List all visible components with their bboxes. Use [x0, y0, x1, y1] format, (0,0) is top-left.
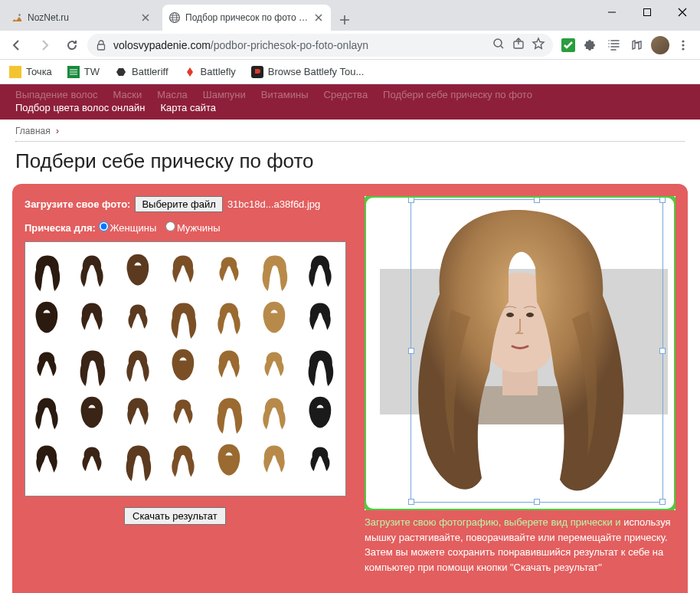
hairstyle-thumbnail[interactable] [27, 438, 67, 484]
hairstyle-thumbnail[interactable] [27, 248, 67, 294]
svg-point-4 [494, 39, 502, 47]
hairstyle-gallery[interactable] [25, 241, 346, 496]
page-title: Подбери себе прическу по фото [0, 149, 700, 184]
profile-avatar[interactable] [651, 36, 669, 54]
window-controls [594, 0, 700, 25]
gender-female-radio[interactable] [99, 221, 109, 231]
bookmark-tw[interactable]: TW [63, 63, 104, 81]
bookmark-tochka[interactable]: Точка [5, 63, 57, 81]
hairstyle-thumbnail[interactable] [72, 296, 112, 342]
hairstyle-thumbnail[interactable] [163, 438, 203, 484]
tab-title: Подбор причесок по фото онла [185, 12, 312, 23]
nav-link[interactable]: Маски [113, 89, 142, 100]
site-navigation: Выпадение волос Маски Масла Шампуни Вита… [0, 84, 700, 120]
zoom-icon[interactable] [492, 37, 505, 53]
hairstyle-thumbnail[interactable] [300, 438, 340, 484]
bookmarks-bar: Точка TW Battleriff Battlefly Browse Bat… [0, 60, 700, 84]
menu-icon[interactable] [674, 36, 692, 54]
hairstyle-thumbnail[interactable] [209, 296, 249, 342]
new-tab-button[interactable] [334, 9, 355, 31]
hairstyle-thumbnail[interactable] [118, 296, 158, 342]
hairstyle-thumbnail[interactable] [300, 296, 340, 342]
hairstyle-thumbnail[interactable] [27, 343, 67, 389]
url-domain: volosvypadenie.com [113, 39, 211, 51]
tab-title: NozNet.ru [28, 12, 139, 23]
browser-tab-noznet[interactable]: NozNet.ru [5, 5, 158, 31]
gender-male-radio[interactable] [165, 221, 175, 231]
hairstyle-thumbnail[interactable] [254, 391, 294, 437]
choose-file-button[interactable]: Выберите файл [135, 196, 222, 212]
nav-link[interactable]: Подбор цвета волос онлайн [15, 102, 146, 113]
star-icon[interactable] [532, 37, 545, 53]
hairstyle-thumbnail[interactable] [72, 248, 112, 294]
minimize-button[interactable] [594, 0, 630, 25]
svg-point-8 [682, 44, 684, 46]
hairstyle-thumbnail[interactable] [209, 391, 249, 437]
extension-checkmark-icon[interactable] [559, 36, 577, 54]
hairstyle-thumbnail[interactable] [118, 248, 158, 294]
preview-canvas[interactable] [365, 196, 675, 510]
hairstyle-thumbnail[interactable] [72, 343, 112, 389]
resize-handle[interactable] [659, 197, 666, 203]
hairstyle-thumbnail[interactable] [72, 391, 112, 437]
bookmark-battlefy[interactable]: Browse Battlefy Tou... [247, 63, 369, 81]
hairstyle-thumbnail[interactable] [118, 343, 158, 389]
maximize-button[interactable] [630, 0, 665, 25]
nav-link[interactable]: Шампуни [203, 89, 246, 100]
extensions-icon[interactable] [582, 36, 600, 54]
hairstyle-thumbnail[interactable] [209, 248, 249, 294]
url-path: /podbor-prichesok-po-foto-onlayn [211, 39, 368, 51]
hairstyle-thumbnail[interactable] [209, 438, 249, 484]
svg-point-9 [682, 48, 684, 50]
hairstyle-thumbnail[interactable] [300, 391, 340, 437]
resize-handle[interactable] [534, 499, 540, 505]
hairstyle-thumbnail[interactable] [209, 343, 249, 389]
resize-handle[interactable] [408, 348, 414, 354]
resize-handle[interactable] [659, 348, 666, 354]
nav-link[interactable]: Масла [157, 89, 188, 100]
hairstyle-thumbnail[interactable] [163, 248, 203, 294]
bookmark-battleriff[interactable]: Battleriff [110, 63, 172, 81]
close-icon[interactable] [139, 11, 152, 24]
breadcrumb-home[interactable]: Главная [15, 126, 51, 136]
hairstyle-thumbnail[interactable] [163, 296, 203, 342]
hairstyle-thumbnail[interactable] [254, 248, 294, 294]
hairstyle-thumbnail[interactable] [254, 296, 294, 342]
download-button[interactable]: Скачать результат [124, 507, 226, 525]
forward-button[interactable] [32, 33, 57, 57]
close-icon[interactable] [312, 11, 325, 24]
hairstyle-thumbnail[interactable] [300, 248, 340, 294]
browser-tab-active[interactable]: Подбор причесок по фото онла [162, 5, 331, 31]
hairstyle-thumbnail[interactable] [163, 391, 203, 437]
bookmark-battlefly[interactable]: Battlefly [179, 63, 240, 81]
hairstyle-thumbnail[interactable] [300, 343, 340, 389]
nav-link[interactable]: Выпадение волос [15, 89, 98, 100]
media-icon[interactable] [628, 36, 646, 54]
back-button[interactable] [5, 33, 29, 57]
resize-handle[interactable] [408, 197, 414, 203]
nav-link[interactable]: Подбери себе прическу по фото [383, 89, 532, 100]
share-icon[interactable] [512, 37, 525, 53]
url-input[interactable]: volosvypadenie.com/podbor-prichesok-po-f… [87, 34, 553, 57]
nav-link[interactable]: Карта сайта [161, 102, 216, 113]
reading-list-icon[interactable] [605, 36, 623, 54]
svg-rect-2 [644, 9, 651, 16]
hairstyle-thumbnail[interactable] [254, 343, 294, 389]
extension-icons [556, 36, 695, 54]
selection-box[interactable] [411, 199, 663, 503]
resize-handle[interactable] [408, 499, 414, 505]
nav-link[interactable]: Средства [324, 89, 368, 100]
hairstyle-thumbnail[interactable] [163, 343, 203, 389]
hairstyle-thumbnail[interactable] [27, 296, 67, 342]
hairstyle-thumbnail[interactable] [118, 438, 158, 484]
hairstyle-thumbnail[interactable] [72, 438, 112, 484]
nav-link[interactable]: Витамины [261, 89, 309, 100]
resize-handle[interactable] [534, 197, 540, 203]
resize-handle[interactable] [659, 499, 666, 505]
hairstyle-thumbnail[interactable] [254, 438, 294, 484]
reload-button[interactable] [60, 33, 84, 57]
gender-label: Прическа для: [25, 222, 96, 234]
close-window-button[interactable] [665, 0, 700, 25]
hairstyle-thumbnail[interactable] [27, 391, 67, 437]
hairstyle-thumbnail[interactable] [118, 391, 158, 437]
